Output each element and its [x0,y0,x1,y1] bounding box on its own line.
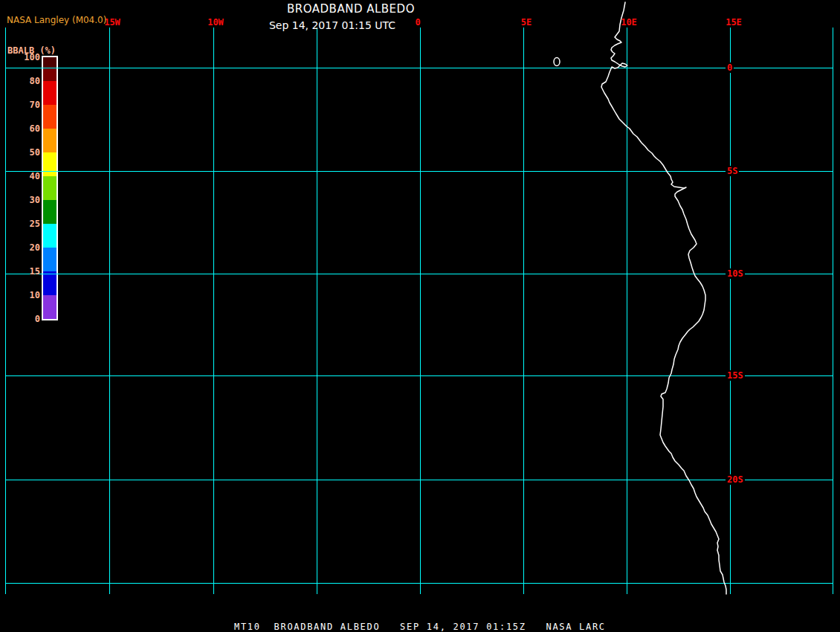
island-outline [554,58,560,66]
longitude-label-15w: 15W [104,18,120,27]
coastline-west-africa [601,2,726,594]
latitude-label-20s: 20S [726,474,745,485]
colorbar-tick-0: 0 [6,315,40,323]
map-canvas [0,0,840,632]
albedo-map-product: NASA Langley (M04.0) BROADBAND ALBEDO Se… [0,0,840,632]
colorbar-tick-20: 20 [6,243,40,252]
longitude-label-5e: 5E [521,18,532,27]
latitude-label-10s: 10S [726,268,745,279]
longitude-label-15e: 15E [726,18,742,27]
latitude-label-0: 0 [726,62,734,73]
colorbar-tick-30: 30 [6,196,40,204]
timestamp-subtitle: Sep 14, 2017 01:15 UTC [269,19,395,31]
colorbar-tick-40: 40 [6,172,40,181]
latitude-label-15s: 15S [726,370,745,381]
colorbar-tick-50: 50 [6,148,40,157]
colorbar-tick-100: 100 [6,53,40,62]
colorbar-tick-60: 60 [6,124,40,133]
page-title: BROADBAND ALBEDO [287,2,415,16]
colorbar-tick-70: 70 [6,100,40,109]
longitude-label-0: 0 [415,18,420,27]
colorbar-tick-25: 25 [6,219,40,228]
longitude-label-10w: 10W [207,18,224,27]
colorbar-tick-10: 10 [6,291,40,300]
colorbar-tick-80: 80 [6,77,40,86]
footer-caption: MT10 BROADBAND ALBEDO SEP 14, 2017 01:15… [234,622,606,632]
agency-version-label: NASA Langley (M04.0) [7,15,106,25]
latitude-label-5s: 5S [726,166,739,176]
colorbar-tick-15: 15 [6,267,40,276]
longitude-label-10e: 10E [621,18,637,27]
